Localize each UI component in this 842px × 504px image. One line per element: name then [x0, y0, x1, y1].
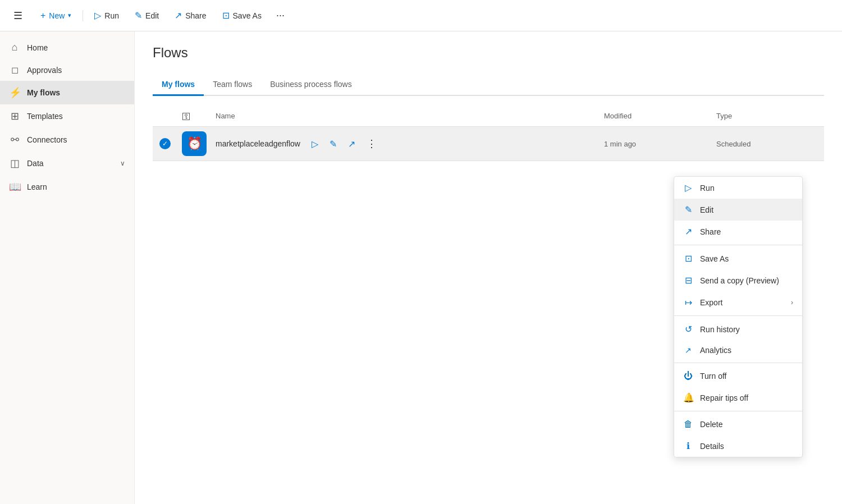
flow-name: marketplaceleadgenflow: [216, 139, 300, 148]
row-type: Scheduled: [716, 140, 817, 148]
plus-icon: +: [40, 11, 45, 21]
save-as-label: Save As: [233, 11, 262, 20]
row-more-button[interactable]: ⋮: [364, 135, 379, 152]
tabs-container: My flows Team flows Business process flo…: [153, 74, 824, 96]
row-share-button[interactable]: ↗: [346, 136, 358, 152]
cm-repair-tips-label: Repair tips off: [700, 393, 748, 402]
run-label: Run: [104, 11, 119, 20]
cm-edit-label: Edit: [700, 205, 713, 214]
cm-turn-off-label: Turn off: [700, 372, 726, 381]
row-flow-icon: ⏰: [182, 131, 216, 156]
more-icon: ···: [276, 10, 285, 21]
edit-button[interactable]: ✎ Edit: [128, 7, 166, 24]
new-button[interactable]: + New ▾: [34, 7, 78, 24]
context-menu-divider-2: [674, 315, 802, 316]
context-menu-analytics[interactable]: ↗ Analytics: [674, 340, 802, 360]
data-icon: ◫: [9, 157, 20, 169]
context-menu-delete[interactable]: 🗑 Delete: [674, 414, 802, 435]
context-menu-save-as[interactable]: ⊡ Save As: [674, 248, 802, 269]
col-icon: ⚿: [182, 112, 216, 122]
toolbar: ☰ + New ▾ ▷ Run ✎ Edit ↗ Share ⊡ Save As…: [0, 0, 842, 31]
table-header: ⚿ Name Modified Type: [153, 107, 824, 127]
row-run-button[interactable]: ▷: [309, 136, 321, 152]
context-menu-details[interactable]: ℹ Details: [674, 435, 802, 457]
row-checkbox[interactable]: ✓: [159, 138, 182, 149]
cm-run-history-icon: ↺: [683, 324, 693, 335]
row-modified: 1 min ago: [604, 140, 716, 148]
row-edit-button[interactable]: ✎: [327, 136, 339, 152]
run-button[interactable]: ▷ Run: [88, 7, 126, 24]
context-menu-divider-1: [674, 245, 802, 245]
sidebar-item-home-label: Home: [27, 43, 48, 52]
connectors-icon: ⚯: [9, 134, 20, 146]
context-menu-repair-tips[interactable]: 🔔 Repair tips off: [674, 387, 802, 409]
cm-run-label: Run: [700, 184, 715, 193]
sidebar-item-approvals[interactable]: ◻ Approvals: [0, 59, 134, 81]
data-chevron-icon: ∨: [120, 159, 125, 167]
sidebar-item-myflows-label: My flows: [27, 88, 60, 97]
cm-details-label: Details: [700, 442, 724, 451]
more-options-button[interactable]: ···: [271, 6, 290, 25]
learn-icon: 📖: [9, 181, 20, 193]
new-label: New: [49, 11, 65, 20]
cm-send-copy-label: Send a copy (Preview): [700, 276, 779, 285]
share-button[interactable]: ↗ Share: [168, 7, 213, 24]
edit-icon: ✎: [135, 10, 142, 21]
main-layout: ⌂ Home ◻ Approvals ⚡ My flows ⊞ Template…: [0, 31, 842, 504]
sidebar-item-approvals-label: Approvals: [27, 66, 62, 75]
cm-save-as-label: Save As: [700, 254, 729, 263]
tab-my-flows[interactable]: My flows: [153, 74, 204, 96]
flow-icon-box: ⏰: [182, 131, 207, 156]
toolbar-separator-1: [83, 10, 83, 21]
cm-export-chevron-icon: ›: [791, 299, 793, 306]
cm-edit-icon: ✎: [683, 204, 693, 215]
hamburger-icon: ☰: [13, 10, 22, 21]
cm-details-icon: ℹ: [683, 441, 693, 451]
tab-team-flows[interactable]: Team flows: [204, 74, 261, 96]
sidebar-item-learn[interactable]: 📖 Learn: [0, 175, 134, 199]
context-menu-edit[interactable]: ✎ Edit: [674, 199, 802, 221]
cm-send-copy-icon: ⊟: [683, 275, 693, 286]
hamburger-button[interactable]: ☰: [9, 5, 27, 26]
new-chevron-icon: ▾: [68, 12, 71, 19]
col-select: [159, 112, 182, 122]
context-menu-turn-off[interactable]: ⏻ Turn off: [674, 365, 802, 387]
cm-analytics-icon: ↗: [683, 346, 693, 355]
sidebar-item-connectors[interactable]: ⚯ Connectors: [0, 128, 134, 152]
content-inner: Flows My flows Team flows Business proce…: [135, 31, 842, 175]
checkbox-checked: ✓: [159, 138, 171, 149]
sidebar-item-learn-label: Learn: [27, 182, 47, 191]
cm-run-history-label: Run history: [700, 325, 740, 334]
tab-business-process-flows[interactable]: Business process flows: [261, 74, 361, 96]
sidebar: ⌂ Home ◻ Approvals ⚡ My flows ⊞ Template…: [0, 31, 135, 504]
context-menu-run-history[interactable]: ↺ Run history: [674, 318, 802, 340]
share-icon: ↗: [175, 10, 182, 21]
sidebar-item-templates[interactable]: ⊞ Templates: [0, 104, 134, 128]
save-as-button[interactable]: ⊡ Save As: [216, 7, 268, 24]
sidebar-item-connectors-label: Connectors: [27, 135, 67, 144]
sidebar-item-home[interactable]: ⌂ Home: [0, 36, 134, 59]
cm-run-icon: ▷: [683, 182, 693, 193]
table-row: ✓ ⏰ marketplaceleadgenflow ▷ ✎ ↗ ⋮: [153, 127, 824, 161]
context-menu-send-copy[interactable]: ⊟ Send a copy (Preview): [674, 269, 802, 291]
context-menu-run[interactable]: ▷ Run: [674, 177, 802, 199]
col-name: Name: [216, 112, 604, 122]
share-label: Share: [185, 11, 206, 20]
cm-export-icon: ↦: [683, 297, 693, 308]
sidebar-item-myflows[interactable]: ⚡ My flows: [0, 81, 134, 104]
templates-icon: ⊞: [9, 110, 20, 122]
context-menu-divider-4: [674, 411, 802, 411]
sidebar-item-data-label: Data: [27, 159, 44, 168]
context-menu-share[interactable]: ↗ Share: [674, 221, 802, 242]
approvals-icon: ◻: [9, 65, 20, 75]
run-icon: ▷: [94, 10, 101, 21]
col-modified: Modified: [604, 112, 716, 122]
cm-share-label: Share: [700, 227, 721, 236]
sidebar-item-data[interactable]: ◫ Data ∨: [0, 152, 134, 175]
cm-delete-icon: 🗑: [683, 419, 693, 429]
cm-share-icon: ↗: [683, 226, 693, 237]
row-actions: ▷ ✎ ↗ ⋮: [309, 135, 379, 152]
col-type: Type: [716, 112, 817, 122]
home-icon: ⌂: [9, 42, 20, 53]
context-menu-export[interactable]: ↦ Export ›: [674, 291, 802, 313]
